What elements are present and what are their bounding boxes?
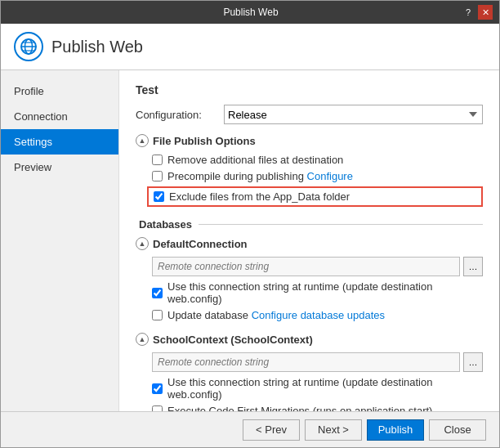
default-connection-group: ▲ DefaultConnection … Use this connectio… [136, 237, 483, 321]
globe-icon [20, 38, 38, 56]
school-context-title: SchoolContext (SchoolContext) [153, 334, 313, 346]
dialog-header: Publish Web [1, 24, 499, 70]
prev-button[interactable]: < Prev [243, 419, 300, 441]
databases-header: Databases [136, 218, 483, 231]
file-publish-collapse-icon: ▲ [136, 134, 149, 147]
precompile-configure-link[interactable]: Configure [307, 170, 353, 182]
databases-divider [199, 224, 483, 225]
school-context-string-row: … [152, 352, 483, 372]
code-first-school-row: Execute Code First Migrations (runs on a… [152, 405, 483, 411]
sidebar-item-connection[interactable]: Connection [1, 104, 118, 129]
section-title: Test [136, 83, 483, 96]
school-context-group: ▲ SchoolContext (SchoolContext) … Use th… [136, 333, 483, 411]
configure-db-updates-link[interactable]: Configure database updates [252, 309, 385, 321]
help-button[interactable]: ? [462, 6, 475, 19]
sidebar-item-preview[interactable]: Preview [1, 155, 118, 180]
next-button[interactable]: Next > [305, 419, 362, 441]
file-publish-options-header[interactable]: ▲ File Publish Options [136, 134, 483, 147]
close-button[interactable]: Close [429, 419, 486, 441]
precompile-checkbox[interactable] [152, 171, 163, 181]
default-connection-header[interactable]: ▲ DefaultConnection [136, 237, 483, 250]
use-connection-default-row: Use this connection string at runtime (u… [152, 280, 483, 305]
use-connection-school-row: Use this connection string at runtime (u… [152, 376, 483, 401]
title-bar: Publish Web ? ✕ [1, 1, 499, 24]
dialog-content: Profile Connection Settings Preview Test… [1, 70, 499, 411]
default-connection-collapse-icon: ▲ [136, 237, 149, 250]
default-connection-input[interactable] [152, 257, 460, 276]
dialog-title: Publish Web [40, 7, 462, 18]
publish-web-icon [14, 32, 43, 61]
school-context-collapse-icon: ▲ [136, 333, 149, 346]
use-connection-default-checkbox[interactable] [152, 288, 163, 298]
update-db-default-row: Update database Configure database updat… [152, 309, 483, 321]
dialog-footer: < Prev Next > Publish Close [1, 411, 499, 447]
option-precompile: Precompile during publishing Configure [152, 170, 483, 182]
default-connection-title: DefaultConnection [153, 238, 248, 250]
precompile-label: Precompile during publishing Configure [167, 170, 353, 182]
publish-web-dialog: Publish Web ? ✕ Publish Web Profile Conn… [0, 0, 500, 448]
use-connection-default-label: Use this connection string at runtime (u… [167, 280, 483, 305]
exclude-app-data-checkbox[interactable] [154, 191, 164, 202]
school-context-browse-btn[interactable]: … [463, 352, 483, 372]
update-db-default-checkbox[interactable] [152, 310, 163, 320]
option-remove-additional: Remove additional files at destination [152, 154, 483, 166]
config-select[interactable]: Release [224, 105, 483, 124]
config-label: Configuration: [136, 109, 217, 121]
exclude-app-data-label: Exclude files from the App_Data folder [169, 190, 350, 203]
header-title: Publish Web [51, 38, 143, 56]
configuration-row: Configuration: Release [136, 105, 483, 124]
main-content: Test Configuration: Release ▲ File Publi… [119, 70, 499, 411]
school-context-header[interactable]: ▲ SchoolContext (SchoolContext) [136, 333, 483, 346]
default-connection-string-row: … [152, 257, 483, 276]
file-publish-options-title: File Publish Options [153, 135, 256, 147]
option-exclude-app-data: Exclude files from the App_Data folder [147, 186, 483, 207]
sidebar-item-profile[interactable]: Profile [1, 78, 118, 104]
remove-additional-label: Remove additional files at destination [167, 154, 343, 166]
update-db-default-label: Update database Configure database updat… [167, 309, 385, 321]
use-connection-school-checkbox[interactable] [152, 383, 163, 394]
default-connection-browse-btn[interactable]: … [463, 257, 483, 276]
code-first-school-checkbox[interactable] [152, 405, 163, 411]
databases-label: Databases [136, 218, 192, 231]
sidebar: Profile Connection Settings Preview [1, 70, 119, 411]
remove-additional-checkbox[interactable] [152, 155, 163, 165]
close-title-button[interactable]: ✕ [478, 5, 493, 20]
sidebar-item-settings[interactable]: Settings [1, 129, 118, 155]
databases-section: Databases ▲ DefaultConnection … [136, 218, 483, 411]
use-connection-school-label: Use this connection string at runtime (u… [167, 376, 483, 401]
code-first-school-label: Execute Code First Migrations (runs on a… [167, 405, 432, 411]
school-context-input[interactable] [152, 352, 460, 372]
publish-button[interactable]: Publish [367, 419, 424, 441]
title-bar-controls: ? ✕ [462, 5, 493, 20]
